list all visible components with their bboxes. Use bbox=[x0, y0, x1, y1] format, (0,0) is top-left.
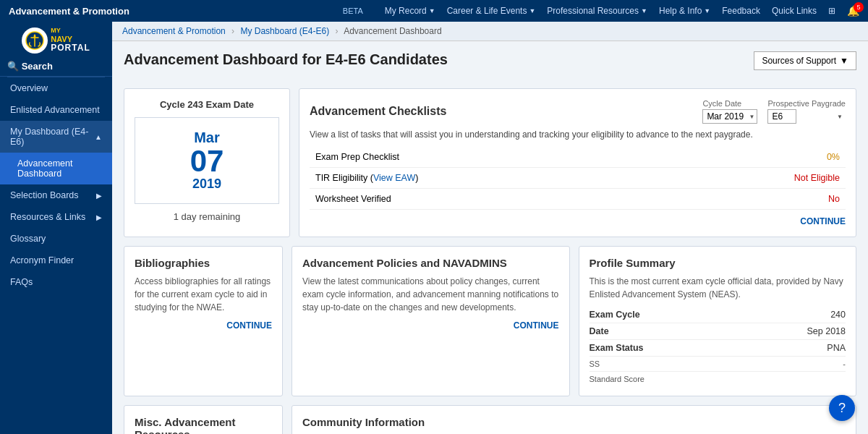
top-nav-links: My Record ▼ Career & Life Events ▼ Profe… bbox=[385, 5, 859, 17]
notifications-bell[interactable]: 🔔 5 bbox=[847, 5, 859, 17]
sidebar-item-selection[interactable]: Selection Boards ▶ bbox=[0, 184, 112, 206]
profile-ss-label: SS bbox=[590, 359, 600, 368]
checklist-prep-status: 0% bbox=[667, 147, 846, 168]
paygrade-label: Prospective Paygrade bbox=[767, 99, 846, 108]
checklist-prep-label: Exam Prep Checklist bbox=[310, 147, 667, 168]
profile-exam-cycle-value: 240 bbox=[830, 310, 846, 320]
profile-status-label: Exam Status bbox=[590, 343, 644, 353]
notification-count: 5 bbox=[854, 2, 864, 12]
checklists-card: Advancement Checklists Cycle Date Mar 20… bbox=[299, 88, 856, 237]
sources-of-support-button[interactable]: Sources of Support ▼ bbox=[754, 51, 856, 70]
profile-exam-cycle-label: Exam Cycle bbox=[590, 310, 640, 320]
profile-standard-score-label: Standard Score bbox=[590, 375, 644, 383]
policies-card: Advancement Policies and NAVADMINS View … bbox=[292, 246, 570, 396]
breadcrumb-dashboard[interactable]: My Dashboard (E4-E6) bbox=[240, 26, 329, 36]
cycle-date-box: Mar 07 2019 bbox=[135, 117, 279, 204]
sidebar-item-dashboard[interactable]: My Dashboard (E4-E6) ▲ bbox=[0, 121, 112, 153]
sidebar-item-enlisted[interactable]: Enlisted Advancement bbox=[0, 99, 112, 121]
cycle-date-select[interactable]: Mar 2019 bbox=[702, 109, 757, 124]
dashboard-chevron-icon: ▲ bbox=[95, 133, 102, 141]
profile-date-value: Sep 2018 bbox=[807, 326, 846, 336]
policies-body: View the latest communications about pol… bbox=[302, 275, 559, 314]
search-item[interactable]: 🔍 Search bbox=[0, 56, 112, 77]
help-info-link[interactable]: Help & Info ▼ bbox=[659, 6, 710, 16]
career-chevron-icon: ▼ bbox=[529, 7, 535, 14]
policies-footer: CONTINUE bbox=[302, 320, 559, 331]
community-card: Community Information bbox=[292, 405, 856, 434]
paygrade-select[interactable]: E6 bbox=[767, 109, 796, 124]
breadcrumb-adv-promotion[interactable]: Advancement & Promotion bbox=[122, 26, 226, 36]
cycle-date-label: Cycle Date bbox=[702, 99, 757, 108]
help-chevron-icon: ▼ bbox=[704, 7, 710, 14]
cards-row-2: Bibliographies Access bibliographies for… bbox=[124, 246, 856, 396]
bibliographies-card: Bibliographies Access bibliographies for… bbox=[124, 246, 283, 396]
paygrade-control: Prospective Paygrade E6 bbox=[767, 99, 846, 124]
misc-card: Misc. Advancement Resources View valuabl… bbox=[124, 405, 283, 434]
checklist-tir-status: Not Eligible bbox=[667, 168, 846, 189]
logo-my: MY bbox=[51, 27, 90, 35]
help-button[interactable]: ? bbox=[829, 395, 855, 421]
checklist-worksheet-label: Worksheet Verified bbox=[310, 189, 667, 210]
breadcrumb: Advancement & Promotion › My Dashboard (… bbox=[112, 22, 868, 41]
search-icon: 🔍 bbox=[7, 61, 19, 72]
my-record-chevron-icon: ▼ bbox=[429, 7, 435, 14]
checklists-description: View a list of tasks that will assist yo… bbox=[310, 129, 846, 140]
profile-title: Profile Summary bbox=[590, 257, 846, 269]
svg-point-1 bbox=[34, 35, 36, 38]
profile-status-value: PNA bbox=[827, 343, 846, 353]
sidebar-item-acronym[interactable]: Acronym Finder bbox=[0, 250, 112, 271]
section-title: Advancement & Promotion bbox=[9, 6, 129, 17]
checklist-tir-label: TIR Eligibility (View EAW) bbox=[310, 168, 667, 189]
checklists-header: Advancement Checklists Cycle Date Mar 20… bbox=[310, 99, 846, 124]
profile-ss-value: - bbox=[843, 359, 846, 368]
quick-links-link[interactable]: Quick Links bbox=[772, 6, 817, 16]
sidebar-item-glossary[interactable]: Glossary bbox=[0, 228, 112, 250]
bibliographies-title: Bibliographies bbox=[135, 257, 272, 269]
bibliographies-body: Access bibliographies for all ratings fo… bbox=[135, 275, 272, 314]
resources-chevron-icon: ▶ bbox=[96, 213, 102, 221]
expand-icon[interactable]: ⊞ bbox=[828, 6, 835, 16]
sidebar-item-faqs[interactable]: FAQs bbox=[0, 271, 112, 293]
profile-description: This is the most current exam cycle offi… bbox=[590, 275, 846, 301]
selection-chevron-icon: ▶ bbox=[96, 192, 102, 200]
main-layout: MY NAVY PORTAL 🔍 Search Overview Enliste… bbox=[0, 22, 868, 434]
my-record-link[interactable]: My Record ▼ bbox=[385, 6, 435, 16]
page-title: Advancement Dashboard for E4-E6 Candidat… bbox=[124, 51, 448, 68]
content-area: Advancement & Promotion › My Dashboard (… bbox=[112, 22, 868, 434]
help-icon: ? bbox=[838, 401, 846, 416]
breadcrumb-sep-2: › bbox=[336, 26, 339, 36]
policies-continue[interactable]: CONTINUE bbox=[514, 320, 559, 331]
logo-portal: PORTAL bbox=[51, 43, 90, 53]
view-eaw-link[interactable]: View EAW bbox=[373, 173, 415, 183]
sidebar-item-overview[interactable]: Overview bbox=[0, 77, 112, 99]
cycle-date-control: Cycle Date Mar 2019 bbox=[702, 99, 757, 124]
profile-row-standard-score: Standard Score bbox=[590, 372, 846, 386]
navy-anchor-icon bbox=[25, 31, 44, 50]
pro-resources-chevron-icon: ▼ bbox=[641, 7, 647, 14]
cycle-remaining: 1 day remaining bbox=[135, 211, 279, 222]
profile-date-label: Date bbox=[590, 326, 609, 336]
sidebar-logo: MY NAVY PORTAL bbox=[0, 22, 112, 56]
profile-row-exam-cycle: Exam Cycle 240 bbox=[590, 307, 846, 323]
paygrade-select-wrapper: E6 bbox=[767, 109, 846, 124]
profile-row-status: Exam Status PNA bbox=[590, 340, 846, 357]
career-life-link[interactable]: Career & Life Events ▼ bbox=[447, 6, 536, 16]
breadcrumb-sep-1: › bbox=[231, 26, 234, 36]
checklist-row-tir: TIR Eligibility (View EAW) Not Eligible bbox=[310, 168, 846, 189]
sidebar-item-adv-dashboard[interactable]: Advancement Dashboard bbox=[0, 153, 112, 184]
sidebar-navigation: Overview Enlisted Advancement My Dashboa… bbox=[0, 77, 112, 434]
cycle-card-title: Cycle 243 Exam Date bbox=[135, 99, 279, 110]
feedback-link[interactable]: Feedback bbox=[722, 6, 760, 16]
misc-title: Misc. Advancement Resources bbox=[135, 416, 272, 434]
profile-card: Profile Summary This is the most current… bbox=[579, 246, 857, 396]
top-navigation: Advancement & Promotion BETA My Record ▼… bbox=[0, 0, 868, 22]
page-content: Advancement Dashboard for E4-E6 Candidat… bbox=[112, 41, 868, 434]
cards-row-3: Misc. Advancement Resources View valuabl… bbox=[124, 405, 856, 434]
cycle-year: 2019 bbox=[142, 176, 271, 192]
checklists-continue[interactable]: CONTINUE bbox=[800, 216, 846, 226]
page-title-row: Advancement Dashboard for E4-E6 Candidat… bbox=[124, 51, 856, 78]
breadcrumb-current: Advancement Dashboard bbox=[344, 26, 441, 36]
bibliographies-continue[interactable]: CONTINUE bbox=[226, 320, 272, 331]
sidebar-item-resources[interactable]: Resources & Links ▶ bbox=[0, 206, 112, 228]
professional-resources-link[interactable]: Professional Resources ▼ bbox=[547, 6, 647, 16]
